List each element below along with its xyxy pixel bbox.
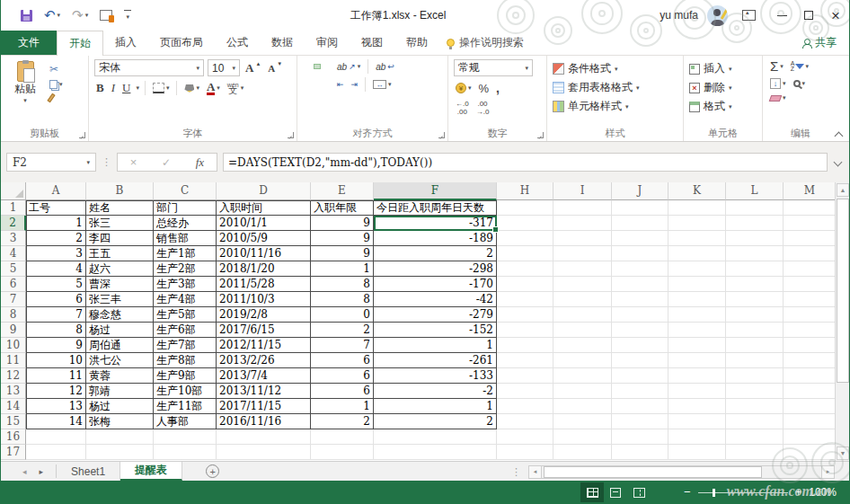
cell-I7[interactable] [553,292,612,307]
cell-K12[interactable] [668,368,726,384]
cell-I12[interactable] [553,368,612,384]
cell-F10[interactable]: 1 [374,338,497,353]
cell-B6[interactable]: 曹深 [86,277,154,292]
paste-button[interactable]: 粘贴 ▾ [6,59,44,127]
format-cells-button[interactable]: 格式▾ [689,97,758,116]
tab-page-layout[interactable]: 页面布局 [148,31,215,55]
zoom-level[interactable]: 100% [809,486,837,499]
cell-I17[interactable] [553,445,612,460]
cell-L8[interactable] [726,307,784,323]
column-header-L[interactable]: L [726,182,784,200]
cell-I8[interactable] [553,307,612,323]
cell-C11[interactable]: 生产8部 [154,353,217,368]
cell-M16[interactable] [784,429,837,445]
cell-C4[interactable]: 生产1部 [154,246,217,261]
copy-button[interactable]: ▾ [48,79,65,90]
comma-style-button[interactable]: , [494,80,501,96]
number-format-dropdown[interactable]: 常规▾ [454,59,533,76]
cell-D8[interactable]: 2019/2/8 [217,307,311,323]
vertical-scrollbar[interactable]: ▲ ▼ [835,182,849,461]
cell-D3[interactable]: 2010/5/9 [217,231,311,246]
cell-M4[interactable] [784,246,837,261]
cell-B3[interactable]: 李四 [86,231,154,246]
cell-B14[interactable]: 杨过 [86,399,154,414]
row-header-10[interactable]: 10 [1,338,26,353]
insert-function-icon[interactable]: fx [196,155,204,170]
cell-H11[interactable] [497,353,553,368]
cell-A3[interactable]: 2 [26,231,86,246]
cell-K2[interactable] [668,216,726,231]
cut-button[interactable]: ✂ [48,62,65,76]
cell-K15[interactable] [668,414,726,429]
cell-D9[interactable]: 2017/6/15 [217,323,311,338]
cell-E2[interactable]: 9 [311,216,374,231]
view-page-layout-button[interactable] [604,482,627,502]
cell-A13[interactable]: 12 [26,384,86,399]
cell-B4[interactable]: 王五 [86,246,154,261]
increase-decimal-button[interactable]: ←.0.00 [454,100,471,116]
cell-J16[interactable] [612,429,668,445]
cell-A10[interactable]: 9 [26,338,86,353]
zoom-in-icon[interactable]: + [795,487,802,498]
cell-C5[interactable]: 生产2部 [154,261,217,277]
cell-L10[interactable] [726,338,784,353]
cell-C6[interactable]: 生产3部 [154,277,217,292]
cell-I13[interactable] [553,384,612,399]
cell-C14[interactable]: 生产11部 [154,399,217,414]
cell-I11[interactable] [553,353,612,368]
cell-F9[interactable]: -152 [374,323,497,338]
cell-K14[interactable] [668,399,726,414]
touch-mode-icon[interactable] [100,10,112,21]
cell-E13[interactable]: 6 [311,384,374,399]
cell-F8[interactable]: -279 [374,307,497,323]
cell-styles-button[interactable]: 单元格样式▾ [553,97,679,116]
cell-J14[interactable] [612,399,668,414]
column-header-E[interactable]: E [311,182,374,200]
bold-button[interactable]: B [94,80,106,96]
tab-data[interactable]: 数据 [260,31,305,55]
cell-D12[interactable]: 2013/7/4 [217,368,311,384]
redo-icon[interactable]: ↷▾ [72,9,88,22]
tab-formulas[interactable]: 公式 [215,31,260,55]
cell-J2[interactable] [612,216,668,231]
cell-A7[interactable]: 6 [26,292,86,307]
cell-B8[interactable]: 穆念慈 [86,307,154,323]
tab-splitter-handle[interactable]: ⋮ [511,466,521,478]
avatar[interactable] [707,5,728,26]
cell-D6[interactable]: 2011/5/28 [217,277,311,292]
cell-D4[interactable]: 2010/11/16 [217,246,311,261]
cell-M10[interactable] [784,338,837,353]
share-button[interactable]: 共享 [790,31,849,55]
cell-B7[interactable]: 张三丰 [86,292,154,307]
cell-D11[interactable]: 2013/2/26 [217,353,311,368]
cell-D2[interactable]: 2010/1/1 [217,216,311,231]
cell-E8[interactable]: 0 [311,307,374,323]
cell-F12[interactable]: -133 [374,368,497,384]
cell-M6[interactable] [784,277,837,292]
name-box[interactable]: F2▾ [6,153,96,172]
decrease-decimal-button[interactable]: .00→.0 [474,100,491,116]
maximize-button[interactable] [795,0,822,31]
view-page-break-button[interactable] [627,482,651,502]
cell-E9[interactable]: 2 [311,323,374,338]
cell-M8[interactable] [784,307,837,323]
enter-icon[interactable]: ✓ [162,156,171,169]
cell-J9[interactable] [612,323,668,338]
row-header-4[interactable]: 4 [1,246,26,261]
align-center-button[interactable] [314,82,321,87]
cancel-icon[interactable]: × [130,155,137,169]
tell-me-search[interactable]: 操作说明搜索 [439,31,531,55]
row-header-15[interactable]: 15 [1,414,26,429]
collapse-ribbon-icon[interactable] [835,130,842,137]
sort-filter-button[interactable]: AZ ▾ [789,60,810,73]
formula-bar-handle[interactable]: ⋮ [102,156,111,168]
format-painter-button[interactable] [48,93,65,103]
cell-H9[interactable] [497,323,553,338]
cell-I4[interactable] [553,246,612,261]
cell-K4[interactable] [668,246,726,261]
cell-E11[interactable]: 6 [311,353,374,368]
sheet-tab-sheet1[interactable]: Sheet1 [57,462,120,481]
cell-J5[interactable] [612,261,668,277]
cell-L11[interactable] [726,353,784,368]
conditional-formatting-button[interactable]: 条件格式▾ [553,59,679,78]
